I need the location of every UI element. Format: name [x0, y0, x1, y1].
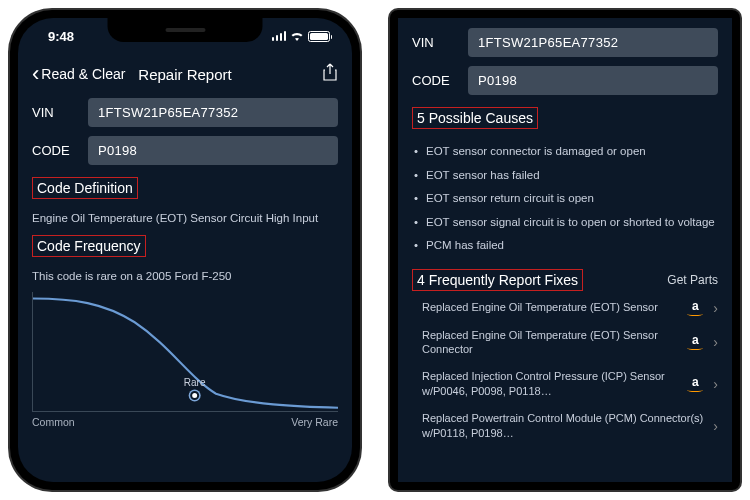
nav-bar: ‹ Read & Clear Repair Report: [18, 54, 352, 94]
back-label: Read & Clear: [41, 66, 125, 82]
chevron-right-icon: ›: [713, 334, 718, 350]
signal-icon: [272, 31, 287, 41]
code-input[interactable]: P0198: [468, 66, 718, 95]
content: VIN 1FTSW21P65EA77352 CODE P0198 5 Possi…: [398, 18, 732, 457]
notch: [108, 18, 263, 42]
back-button[interactable]: ‹ Read & Clear: [32, 63, 125, 85]
phone-frame-left: 9:48 ‹ Read & Clear Repair Report VIN 1F…: [10, 10, 360, 490]
cause-item: EOT sensor signal circuit is to open or …: [412, 211, 718, 235]
status-icons: [272, 31, 331, 42]
code-label: CODE: [32, 143, 74, 158]
share-button[interactable]: [322, 63, 338, 86]
causes-list: EOT sensor connector is damaged or open …: [412, 140, 718, 258]
section-code-frequency: Code Frequency: [32, 232, 338, 260]
vin-input[interactable]: 1FTSW21P65EA77352: [88, 98, 338, 127]
vin-input[interactable]: 1FTSW21P65EA77352: [468, 28, 718, 57]
section-possible-causes: 5 Possible Causes: [412, 104, 718, 132]
cause-item: EOT sensor connector is damaged or open: [412, 140, 718, 164]
chevron-right-icon: ›: [713, 376, 718, 392]
frequency-text: This code is rare on a 2005 Ford F-250: [32, 268, 338, 284]
phone-frame-right: VIN 1FTSW21P65EA77352 CODE P0198 5 Possi…: [390, 10, 740, 490]
code-row: CODE P0198: [412, 66, 718, 95]
vin-label: VIN: [412, 35, 454, 50]
clock: 9:48: [48, 29, 74, 44]
fix-item[interactable]: Replaced Injection Control Pressure (ICP…: [412, 363, 718, 405]
wifi-icon: [290, 31, 304, 41]
fix-text: Replaced Injection Control Pressure (ICP…: [412, 369, 677, 399]
cause-item: EOT sensor has failed: [412, 164, 718, 188]
amazon-icon: a: [685, 334, 705, 350]
frequency-chart: Rare: [32, 292, 338, 412]
chevron-right-icon: ›: [713, 418, 718, 434]
chevron-right-icon: ›: [713, 300, 718, 316]
screen: 9:48 ‹ Read & Clear Repair Report VIN 1F…: [18, 18, 352, 482]
fix-text: Replaced Engine Oil Temperature (EOT) Se…: [412, 300, 677, 315]
vin-row: VIN 1FTSW21P65EA77352: [412, 28, 718, 57]
fix-item[interactable]: Replaced Powertrain Control Module (PCM)…: [412, 405, 718, 447]
vin-row: VIN 1FTSW21P65EA77352: [32, 98, 338, 127]
code-row: CODE P0198: [32, 136, 338, 165]
vin-label: VIN: [32, 105, 74, 120]
chart-x-labels: Common Very Rare: [32, 416, 338, 428]
cause-item: PCM has failed: [412, 234, 718, 258]
definition-text: Engine Oil Temperature (EOT) Sensor Circ…: [32, 210, 338, 226]
chart-marker: Rare: [184, 377, 206, 400]
code-input[interactable]: P0198: [88, 136, 338, 165]
chevron-left-icon: ‹: [32, 63, 39, 85]
fix-text: Replaced Engine Oil Temperature (EOT) Se…: [412, 328, 677, 358]
battery-icon: [308, 31, 330, 42]
cause-item: EOT sensor return circuit is open: [412, 187, 718, 211]
code-label: CODE: [412, 73, 454, 88]
content: VIN 1FTSW21P65EA77352 CODE P0198 Code De…: [18, 94, 352, 438]
section-fixes: 4 Frequently Report Fixes Get Parts: [412, 266, 718, 294]
section-code-definition: Code Definition: [32, 174, 338, 202]
screen: VIN 1FTSW21P65EA77352 CODE P0198 5 Possi…: [398, 18, 732, 482]
amazon-icon: a: [685, 376, 705, 392]
fix-text: Replaced Powertrain Control Module (PCM)…: [412, 411, 705, 441]
get-parts-button[interactable]: Get Parts: [667, 273, 718, 287]
share-icon: [322, 63, 338, 81]
page-title: Repair Report: [138, 66, 231, 83]
fix-item[interactable]: Replaced Engine Oil Temperature (EOT) Se…: [412, 322, 718, 364]
amazon-icon: a: [685, 300, 705, 316]
fix-item[interactable]: Replaced Engine Oil Temperature (EOT) Se…: [412, 294, 718, 322]
